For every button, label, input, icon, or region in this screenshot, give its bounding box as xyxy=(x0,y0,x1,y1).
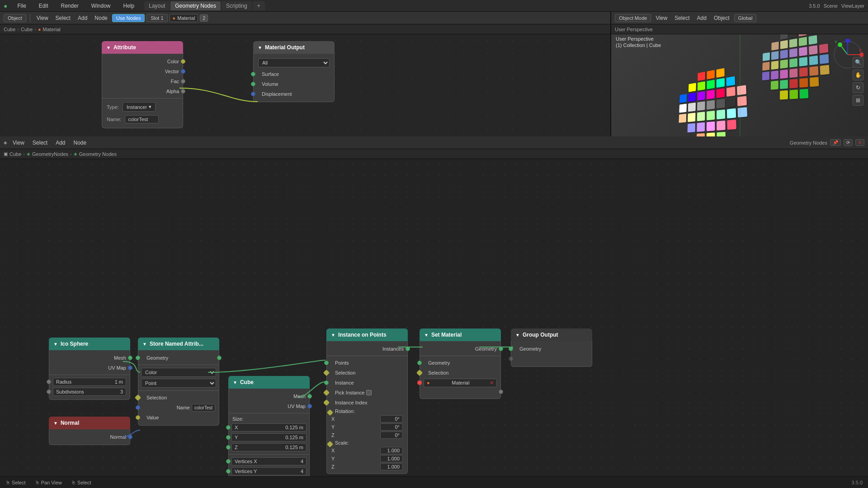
vp-tool-3[interactable]: ↻ xyxy=(853,82,863,93)
menu-render[interactable]: Render xyxy=(58,2,81,10)
shader-select[interactable]: Select xyxy=(53,14,73,22)
gn-editor-label: Geometry Nodes xyxy=(790,140,827,145)
normal-node: ▼ Normal Normal xyxy=(49,417,130,445)
vp-object[interactable]: Object xyxy=(711,14,732,22)
tab-geometry-nodes[interactable]: Geometry Nodes xyxy=(170,1,221,10)
cube-body: Mesh UV Map Size: X 0.125 m xyxy=(228,389,310,476)
iop-pick-instance-checkbox[interactable] xyxy=(366,390,372,395)
sna-color-select[interactable]: Color xyxy=(138,367,219,378)
iop-scale-x-val[interactable]: 1.000 xyxy=(380,447,403,454)
ico-radius-input[interactable]: Radius 1 m xyxy=(53,378,126,386)
slot-selector[interactable]: Slot 1 xyxy=(146,14,167,22)
cube-title: Cube xyxy=(240,379,254,385)
vp-transform[interactable]: Global xyxy=(734,14,757,22)
gn-breadcrumb: ▣ Cube › ◈ GeometryNodes › ◈ Geometry No… xyxy=(0,149,868,159)
gn-bc-gn2: Geometry Nodes xyxy=(79,151,117,157)
material-output-title: Material Output xyxy=(265,44,305,51)
go-geometry-socket xyxy=(509,347,513,351)
tab-add[interactable]: + xyxy=(253,1,265,10)
menu-file[interactable]: File xyxy=(14,2,28,10)
svg-point-2 xyxy=(859,52,863,57)
vp-tool-4[interactable]: ⊞ xyxy=(853,95,863,106)
cube-z-row: Z 0.125 m xyxy=(229,442,309,452)
iop-instance-index-row: Instance Index xyxy=(327,398,407,408)
cube-mesh-socket xyxy=(307,394,312,399)
ico-mesh-socket xyxy=(128,356,132,360)
status-bar: 🖱 Select 🖱 Pan View 🖱 Select 3.5.0 xyxy=(0,476,868,488)
sna-point-dropdown[interactable]: Point xyxy=(141,379,216,388)
normal-body: Normal xyxy=(49,429,130,445)
sna-color-dropdown[interactable]: Color xyxy=(141,368,216,377)
cube-y-input[interactable]: Y 0.125 m xyxy=(231,433,307,441)
sna-name-row: Name colorTest xyxy=(138,403,219,413)
scene-name[interactable]: Scene xyxy=(824,3,838,9)
go-geometry-row: Geometry xyxy=(511,344,592,354)
mode-selector[interactable]: Object xyxy=(4,14,26,22)
pan-icon: 🖱 xyxy=(35,480,40,485)
cube-mesh-label: Mesh xyxy=(293,394,306,399)
mat-displacement-label: Displacement xyxy=(262,91,292,97)
iop-rot-x-val[interactable]: 0° xyxy=(380,415,403,422)
sm-selection-label: Selection xyxy=(428,370,448,375)
gn-node[interactable]: Node xyxy=(71,139,90,147)
gn-select[interactable]: Select xyxy=(30,139,50,147)
gn-sync-btn[interactable]: ⟳ xyxy=(844,139,853,146)
gn-add[interactable]: Add xyxy=(53,139,68,147)
cube-vx-input[interactable]: Vertices X 4 xyxy=(231,457,307,465)
sna-selection-socket xyxy=(135,394,141,401)
attr-name-input[interactable] xyxy=(125,115,159,123)
cube-y-socket xyxy=(226,435,231,440)
vp-mode[interactable]: Object Mode xyxy=(615,14,651,22)
iop-scale-y-val[interactable]: 1.000 xyxy=(380,455,403,462)
tab-scripting[interactable]: Scripting xyxy=(222,1,252,10)
sm-material-input[interactable]: ● Material ✕ xyxy=(424,379,497,387)
gn-view[interactable]: View xyxy=(10,139,27,147)
iop-rot-y-val[interactable]: 0° xyxy=(380,423,403,431)
shader-node[interactable]: Node xyxy=(92,14,110,22)
sna-point-select[interactable]: Point xyxy=(138,378,219,389)
menu-help[interactable]: Help xyxy=(121,2,137,10)
cube-y-row: Y 0.125 m xyxy=(229,432,309,442)
vp-tool-1[interactable]: 🔍 xyxy=(853,57,863,68)
sm-material-clear[interactable]: ✕ xyxy=(490,380,494,386)
material-selector[interactable]: ● Material xyxy=(170,14,198,22)
view-layer-name[interactable]: ViewLayer xyxy=(841,3,864,9)
sm-selection-row: Selection xyxy=(420,368,500,378)
menu-edit[interactable]: Edit xyxy=(36,2,51,10)
shader-add[interactable]: Add xyxy=(75,14,90,22)
gn-close-btn[interactable]: ✕ xyxy=(855,139,864,146)
vp-view[interactable]: View xyxy=(653,14,670,22)
vp-select[interactable]: Select xyxy=(672,14,692,22)
sna-value-label: Value xyxy=(146,415,159,420)
iop-scale-z-val[interactable]: 1.000 xyxy=(380,463,403,470)
group-output-node: ▼ Group Output Geometry xyxy=(511,328,592,367)
cube-z-input[interactable]: Z 0.125 m xyxy=(231,443,307,451)
mat-output-dropdown[interactable]: All xyxy=(258,58,330,67)
attr-vector-row: Vector xyxy=(102,66,183,76)
use-nodes-btn[interactable]: Use Nodes xyxy=(112,14,145,22)
gn-pin-btn[interactable]: 📌 xyxy=(830,139,841,146)
sm-geometry-in-row: Geometry xyxy=(420,358,500,368)
iop-instance-socket xyxy=(324,380,329,385)
sna-geometry-row: Geometry xyxy=(138,353,219,363)
gn-toolbar-icon: ◈ xyxy=(4,140,7,145)
attribute-node-body: Color Vector Fac Alpha Type: Instancer ▾ xyxy=(102,54,183,128)
sna-selection-row: Selection xyxy=(138,393,219,403)
mat-volume-socket xyxy=(251,82,255,86)
node-canvas[interactable]: ▼ Ico Sphere Mesh UV Map Radius 1 m xyxy=(0,159,868,476)
attr-type-dropdown[interactable]: Instancer ▾ xyxy=(123,102,156,112)
attr-fac-socket xyxy=(181,79,185,84)
shader-view[interactable]: View xyxy=(34,14,51,22)
vp-add[interactable]: Add xyxy=(694,14,709,22)
ico-mesh-label: Mesh xyxy=(114,355,126,361)
cube-x-input[interactable]: X 0.125 m xyxy=(231,423,307,432)
sna-value-row: Value xyxy=(138,413,219,422)
iop-scale-label: Scale: xyxy=(327,439,407,446)
sm-extra-row xyxy=(420,388,500,396)
iop-rot-z-val[interactable]: 0° xyxy=(380,432,403,439)
cube-vy-input[interactable]: Vertices Y 4 xyxy=(231,467,307,475)
menu-window[interactable]: Window xyxy=(89,2,113,10)
vp-tool-2[interactable]: ✋ xyxy=(853,70,863,80)
ico-subdivisions-input[interactable]: Subdivisions 3 xyxy=(53,388,126,396)
tab-layout[interactable]: Layout xyxy=(144,1,170,10)
